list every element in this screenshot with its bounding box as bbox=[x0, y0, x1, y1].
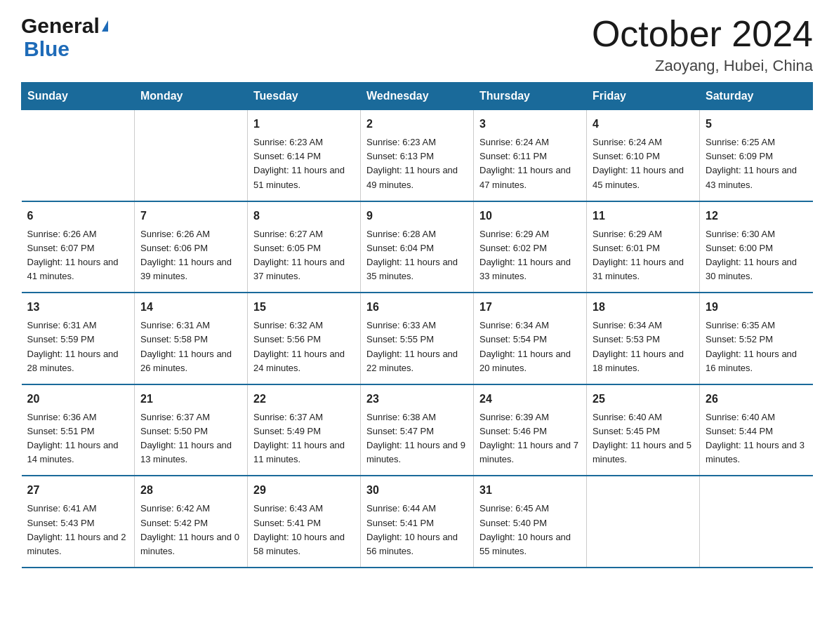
calendar-day-cell: 9Sunrise: 6:28 AMSunset: 6:04 PMDaylight… bbox=[361, 201, 474, 293]
day-number: 13 bbox=[27, 299, 129, 316]
calendar-day-cell: 2Sunrise: 6:23 AMSunset: 6:13 PMDaylight… bbox=[361, 110, 474, 201]
calendar-header-row: SundayMondayTuesdayWednesdayThursdayFrid… bbox=[22, 83, 813, 110]
day-info: Sunrise: 6:23 AMSunset: 6:13 PMDaylight:… bbox=[366, 135, 468, 192]
day-info: Sunrise: 6:28 AMSunset: 6:04 PMDaylight:… bbox=[366, 227, 468, 284]
day-number: 20 bbox=[27, 391, 129, 408]
calendar-day-cell: 6Sunrise: 6:26 AMSunset: 6:07 PMDaylight… bbox=[22, 201, 135, 293]
day-info: Sunrise: 6:42 AMSunset: 5:42 PMDaylight:… bbox=[140, 502, 241, 558]
calendar-week-row: 20Sunrise: 6:36 AMSunset: 5:51 PMDayligh… bbox=[22, 384, 813, 476]
day-info: Sunrise: 6:41 AMSunset: 5:43 PMDaylight:… bbox=[27, 502, 129, 558]
day-number: 12 bbox=[706, 208, 807, 224]
calendar-day-cell: 22Sunrise: 6:37 AMSunset: 5:49 PMDayligh… bbox=[248, 384, 361, 476]
month-title: October 2024 bbox=[592, 14, 813, 54]
day-number: 5 bbox=[706, 116, 807, 133]
day-info: Sunrise: 6:27 AMSunset: 6:05 PMDaylight:… bbox=[253, 227, 355, 284]
calendar-day-cell: 11Sunrise: 6:29 AMSunset: 6:01 PMDayligh… bbox=[587, 201, 700, 293]
calendar-day-cell: 16Sunrise: 6:33 AMSunset: 5:55 PMDayligh… bbox=[361, 293, 474, 384]
day-info: Sunrise: 6:43 AMSunset: 5:41 PMDaylight:… bbox=[253, 502, 355, 558]
day-info: Sunrise: 6:38 AMSunset: 5:47 PMDaylight:… bbox=[366, 410, 468, 467]
day-info: Sunrise: 6:25 AMSunset: 6:09 PMDaylight:… bbox=[706, 135, 807, 192]
calendar-day-cell: 14Sunrise: 6:31 AMSunset: 5:58 PMDayligh… bbox=[135, 293, 248, 384]
calendar-week-row: 27Sunrise: 6:41 AMSunset: 5:43 PMDayligh… bbox=[22, 476, 813, 568]
logo-general: General bbox=[21, 14, 100, 37]
day-info: Sunrise: 6:40 AMSunset: 5:44 PMDaylight:… bbox=[706, 410, 807, 467]
day-number: 27 bbox=[27, 482, 129, 499]
day-info: Sunrise: 6:35 AMSunset: 5:52 PMDaylight:… bbox=[706, 318, 807, 375]
calendar-day-cell bbox=[135, 110, 248, 201]
calendar-day-header: Saturday bbox=[700, 83, 813, 110]
calendar-day-header: Sunday bbox=[22, 83, 135, 110]
day-info: Sunrise: 6:37 AMSunset: 5:49 PMDaylight:… bbox=[253, 410, 355, 467]
calendar-day-cell: 10Sunrise: 6:29 AMSunset: 6:02 PMDayligh… bbox=[474, 201, 587, 293]
calendar-day-header: Thursday bbox=[474, 83, 587, 110]
calendar-week-row: 6Sunrise: 6:26 AMSunset: 6:07 PMDaylight… bbox=[22, 201, 813, 293]
calendar-day-cell: 26Sunrise: 6:40 AMSunset: 5:44 PMDayligh… bbox=[700, 384, 813, 476]
day-info: Sunrise: 6:24 AMSunset: 6:10 PMDaylight:… bbox=[593, 135, 694, 192]
calendar-day-cell: 29Sunrise: 6:43 AMSunset: 5:41 PMDayligh… bbox=[248, 476, 361, 568]
day-number: 15 bbox=[253, 299, 355, 316]
calendar-table: SundayMondayTuesdayWednesdayThursdayFrid… bbox=[21, 82, 813, 568]
calendar-day-cell: 28Sunrise: 6:42 AMSunset: 5:42 PMDayligh… bbox=[135, 476, 248, 568]
page-header: General Blue October 2024 Zaoyang, Hubei… bbox=[21, 14, 813, 75]
day-info: Sunrise: 6:31 AMSunset: 5:59 PMDaylight:… bbox=[27, 318, 129, 375]
logo-blue: Blue bbox=[24, 37, 70, 60]
day-number: 14 bbox=[140, 299, 241, 316]
calendar-day-cell: 5Sunrise: 6:25 AMSunset: 6:09 PMDaylight… bbox=[700, 110, 813, 201]
calendar-day-cell: 12Sunrise: 6:30 AMSunset: 6:00 PMDayligh… bbox=[700, 201, 813, 293]
day-number: 16 bbox=[366, 299, 468, 316]
calendar-day-header: Tuesday bbox=[248, 83, 361, 110]
day-info: Sunrise: 6:29 AMSunset: 6:01 PMDaylight:… bbox=[593, 227, 694, 284]
day-number: 21 bbox=[140, 391, 241, 408]
day-info: Sunrise: 6:45 AMSunset: 5:40 PMDaylight:… bbox=[479, 502, 581, 558]
calendar-day-header: Friday bbox=[587, 83, 700, 110]
day-info: Sunrise: 6:29 AMSunset: 6:02 PMDaylight:… bbox=[479, 227, 581, 284]
day-number: 17 bbox=[479, 299, 581, 316]
day-number: 25 bbox=[593, 391, 694, 408]
calendar-day-cell: 27Sunrise: 6:41 AMSunset: 5:43 PMDayligh… bbox=[22, 476, 135, 568]
day-number: 4 bbox=[593, 116, 694, 133]
day-info: Sunrise: 6:39 AMSunset: 5:46 PMDaylight:… bbox=[479, 410, 581, 467]
calendar-day-cell: 4Sunrise: 6:24 AMSunset: 6:10 PMDaylight… bbox=[587, 110, 700, 201]
calendar-day-cell: 19Sunrise: 6:35 AMSunset: 5:52 PMDayligh… bbox=[700, 293, 813, 384]
calendar-week-row: 13Sunrise: 6:31 AMSunset: 5:59 PMDayligh… bbox=[22, 293, 813, 384]
calendar-day-cell: 1Sunrise: 6:23 AMSunset: 6:14 PMDaylight… bbox=[248, 110, 361, 201]
calendar-day-cell bbox=[700, 476, 813, 568]
day-number: 18 bbox=[593, 299, 694, 316]
day-info: Sunrise: 6:24 AMSunset: 6:11 PMDaylight:… bbox=[479, 135, 581, 192]
day-info: Sunrise: 6:32 AMSunset: 5:56 PMDaylight:… bbox=[253, 318, 355, 375]
day-number: 22 bbox=[253, 391, 355, 408]
day-info: Sunrise: 6:34 AMSunset: 5:53 PMDaylight:… bbox=[593, 318, 694, 375]
day-number: 8 bbox=[253, 208, 355, 224]
day-number: 26 bbox=[706, 391, 807, 408]
day-number: 10 bbox=[479, 208, 581, 224]
day-number: 1 bbox=[253, 116, 355, 133]
calendar-day-cell: 3Sunrise: 6:24 AMSunset: 6:11 PMDaylight… bbox=[474, 110, 587, 201]
calendar-day-cell: 18Sunrise: 6:34 AMSunset: 5:53 PMDayligh… bbox=[587, 293, 700, 384]
calendar-day-cell: 21Sunrise: 6:37 AMSunset: 5:50 PMDayligh… bbox=[135, 384, 248, 476]
day-info: Sunrise: 6:26 AMSunset: 6:07 PMDaylight:… bbox=[27, 227, 129, 284]
day-info: Sunrise: 6:36 AMSunset: 5:51 PMDaylight:… bbox=[27, 410, 129, 467]
day-info: Sunrise: 6:37 AMSunset: 5:50 PMDaylight:… bbox=[140, 410, 241, 467]
calendar-day-cell: 31Sunrise: 6:45 AMSunset: 5:40 PMDayligh… bbox=[474, 476, 587, 568]
day-number: 24 bbox=[479, 391, 581, 408]
title-block: October 2024 Zaoyang, Hubei, China bbox=[592, 14, 813, 75]
day-info: Sunrise: 6:30 AMSunset: 6:00 PMDaylight:… bbox=[706, 227, 807, 284]
calendar-day-cell: 15Sunrise: 6:32 AMSunset: 5:56 PMDayligh… bbox=[248, 293, 361, 384]
calendar-day-cell: 17Sunrise: 6:34 AMSunset: 5:54 PMDayligh… bbox=[474, 293, 587, 384]
calendar-day-cell: 8Sunrise: 6:27 AMSunset: 6:05 PMDaylight… bbox=[248, 201, 361, 293]
day-info: Sunrise: 6:40 AMSunset: 5:45 PMDaylight:… bbox=[593, 410, 694, 467]
calendar-day-cell bbox=[587, 476, 700, 568]
day-number: 9 bbox=[366, 208, 468, 224]
day-info: Sunrise: 6:44 AMSunset: 5:41 PMDaylight:… bbox=[366, 502, 468, 558]
day-number: 11 bbox=[593, 208, 694, 224]
day-info: Sunrise: 6:26 AMSunset: 6:06 PMDaylight:… bbox=[140, 227, 241, 284]
calendar-day-header: Monday bbox=[135, 83, 248, 110]
logo: General Blue bbox=[21, 14, 108, 60]
calendar-day-cell: 30Sunrise: 6:44 AMSunset: 5:41 PMDayligh… bbox=[361, 476, 474, 568]
day-info: Sunrise: 6:34 AMSunset: 5:54 PMDaylight:… bbox=[479, 318, 581, 375]
day-info: Sunrise: 6:23 AMSunset: 6:14 PMDaylight:… bbox=[253, 135, 355, 192]
logo-triangle-icon bbox=[102, 20, 108, 32]
day-number: 3 bbox=[479, 116, 581, 133]
calendar-day-cell: 13Sunrise: 6:31 AMSunset: 5:59 PMDayligh… bbox=[22, 293, 135, 384]
calendar-day-cell: 20Sunrise: 6:36 AMSunset: 5:51 PMDayligh… bbox=[22, 384, 135, 476]
